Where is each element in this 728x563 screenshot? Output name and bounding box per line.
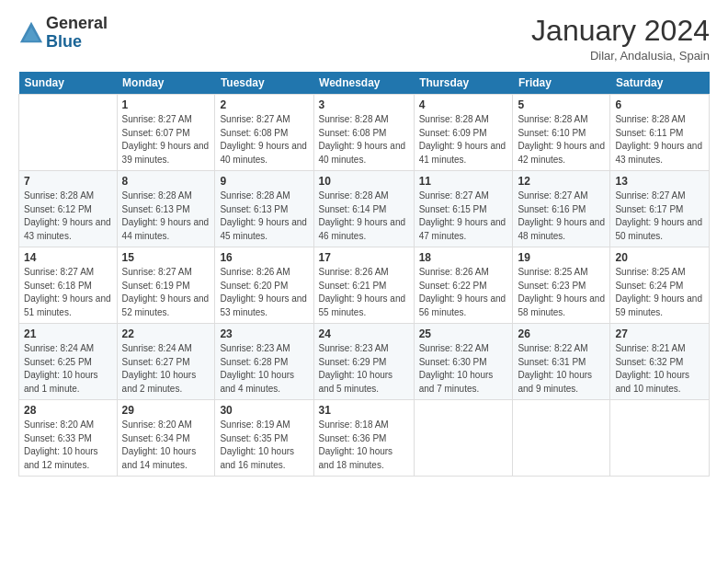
day-number: 1 xyxy=(122,98,210,111)
day-info: Sunrise: 8:27 AMSunset: 6:19 PMDaylight:… xyxy=(122,267,210,317)
table-row: 21 Sunrise: 8:24 AMSunset: 6:25 PMDaylig… xyxy=(19,324,118,400)
day-number: 18 xyxy=(419,251,508,264)
day-number: 9 xyxy=(220,175,308,188)
table-row: 27 Sunrise: 8:21 AMSunset: 6:32 PMDaylig… xyxy=(610,324,710,400)
table-row xyxy=(414,400,513,477)
day-info: Sunrise: 8:19 AMSunset: 6:35 PMDaylight:… xyxy=(220,419,294,470)
day-info: Sunrise: 8:28 AMSunset: 6:11 PMDaylight:… xyxy=(615,114,702,165)
day-info: Sunrise: 8:27 AMSunset: 6:17 PMDaylight:… xyxy=(615,190,702,241)
week-row-2: 7 Sunrise: 8:28 AMSunset: 6:12 PMDayligh… xyxy=(19,171,710,247)
table-row: 13 Sunrise: 8:27 AMSunset: 6:17 PMDaylig… xyxy=(610,171,710,247)
day-info: Sunrise: 8:24 AMSunset: 6:25 PMDaylight:… xyxy=(24,343,98,394)
day-info: Sunrise: 8:23 AMSunset: 6:28 PMDaylight:… xyxy=(220,343,294,394)
header: General Blue January 2024 Dilar, Andalus… xyxy=(18,15,710,63)
table-row: 29 Sunrise: 8:20 AMSunset: 6:34 PMDaylig… xyxy=(117,400,215,477)
day-number: 29 xyxy=(122,404,210,417)
day-number: 11 xyxy=(419,175,508,188)
week-row-1: 1 Sunrise: 8:27 AMSunset: 6:07 PMDayligh… xyxy=(19,95,710,171)
day-number: 30 xyxy=(220,404,308,417)
table-row: 11 Sunrise: 8:27 AMSunset: 6:15 PMDaylig… xyxy=(414,171,513,247)
day-info: Sunrise: 8:27 AMSunset: 6:15 PMDaylight:… xyxy=(419,190,506,241)
day-info: Sunrise: 8:26 AMSunset: 6:22 PMDaylight:… xyxy=(419,267,506,317)
day-info: Sunrise: 8:22 AMSunset: 6:30 PMDaylight:… xyxy=(419,343,494,394)
month-title: January 2024 xyxy=(531,15,710,47)
table-row: 2 Sunrise: 8:27 AMSunset: 6:08 PMDayligh… xyxy=(215,95,313,171)
table-row: 3 Sunrise: 8:28 AMSunset: 6:08 PMDayligh… xyxy=(313,95,414,171)
table-row xyxy=(513,400,610,477)
day-number: 2 xyxy=(220,98,308,111)
day-info: Sunrise: 8:27 AMSunset: 6:08 PMDaylight:… xyxy=(220,114,307,165)
table-row: 19 Sunrise: 8:25 AMSunset: 6:23 PMDaylig… xyxy=(513,247,610,324)
table-row: 7 Sunrise: 8:28 AMSunset: 6:12 PMDayligh… xyxy=(19,171,118,247)
table-row: 17 Sunrise: 8:26 AMSunset: 6:21 PMDaylig… xyxy=(313,247,414,324)
table-row: 6 Sunrise: 8:28 AMSunset: 6:11 PMDayligh… xyxy=(610,95,710,171)
table-row: 9 Sunrise: 8:28 AMSunset: 6:13 PMDayligh… xyxy=(215,171,313,247)
day-number: 10 xyxy=(319,175,409,188)
day-number: 23 xyxy=(220,327,308,340)
table-row: 12 Sunrise: 8:27 AMSunset: 6:16 PMDaylig… xyxy=(513,171,610,247)
day-info: Sunrise: 8:22 AMSunset: 6:31 PMDaylight:… xyxy=(518,343,592,394)
day-info: Sunrise: 8:28 AMSunset: 6:13 PMDaylight:… xyxy=(122,190,210,241)
day-number: 22 xyxy=(122,327,210,340)
table-row: 22 Sunrise: 8:24 AMSunset: 6:27 PMDaylig… xyxy=(117,324,215,400)
table-row: 30 Sunrise: 8:19 AMSunset: 6:35 PMDaylig… xyxy=(215,400,313,477)
week-row-5: 28 Sunrise: 8:20 AMSunset: 6:33 PMDaylig… xyxy=(19,400,710,477)
table-row xyxy=(610,400,710,477)
table-row: 18 Sunrise: 8:26 AMSunset: 6:22 PMDaylig… xyxy=(414,247,513,324)
logo-icon xyxy=(18,20,44,46)
day-number: 8 xyxy=(122,175,210,188)
week-row-4: 21 Sunrise: 8:24 AMSunset: 6:25 PMDaylig… xyxy=(19,324,710,400)
day-number: 20 xyxy=(615,251,704,264)
day-info: Sunrise: 8:23 AMSunset: 6:29 PMDaylight:… xyxy=(319,343,393,394)
day-number: 28 xyxy=(24,404,112,417)
weekday-header-row: Sunday Monday Tuesday Wednesday Thursday… xyxy=(19,72,710,95)
logo-general: General xyxy=(46,14,108,32)
day-number: 25 xyxy=(419,327,508,340)
table-row: 31 Sunrise: 8:18 AMSunset: 6:36 PMDaylig… xyxy=(313,400,414,477)
day-info: Sunrise: 8:27 AMSunset: 6:18 PMDaylight:… xyxy=(24,267,111,317)
day-info: Sunrise: 8:26 AMSunset: 6:21 PMDaylight:… xyxy=(319,267,406,317)
location: Dilar, Andalusia, Spain xyxy=(531,49,710,63)
table-row: 5 Sunrise: 8:28 AMSunset: 6:10 PMDayligh… xyxy=(513,95,610,171)
header-wednesday: Wednesday xyxy=(313,72,414,95)
day-number: 26 xyxy=(518,327,605,340)
table-row: 24 Sunrise: 8:23 AMSunset: 6:29 PMDaylig… xyxy=(313,324,414,400)
table-row: 26 Sunrise: 8:22 AMSunset: 6:31 PMDaylig… xyxy=(513,324,610,400)
logo: General Blue xyxy=(18,15,108,52)
header-saturday: Saturday xyxy=(610,72,710,95)
day-info: Sunrise: 8:28 AMSunset: 6:13 PMDaylight:… xyxy=(220,190,307,241)
day-info: Sunrise: 8:20 AMSunset: 6:33 PMDaylight:… xyxy=(24,419,98,470)
day-number: 16 xyxy=(220,251,308,264)
day-info: Sunrise: 8:28 AMSunset: 6:10 PMDaylight:… xyxy=(518,114,605,165)
table-row: 16 Sunrise: 8:26 AMSunset: 6:20 PMDaylig… xyxy=(215,247,313,324)
table-row: 4 Sunrise: 8:28 AMSunset: 6:09 PMDayligh… xyxy=(414,95,513,171)
calendar-table: Sunday Monday Tuesday Wednesday Thursday… xyxy=(18,72,710,477)
day-number: 13 xyxy=(615,175,704,188)
table-row xyxy=(19,95,118,171)
day-number: 21 xyxy=(24,327,112,340)
table-row: 14 Sunrise: 8:27 AMSunset: 6:18 PMDaylig… xyxy=(19,247,118,324)
header-friday: Friday xyxy=(513,72,610,95)
table-row: 25 Sunrise: 8:22 AMSunset: 6:30 PMDaylig… xyxy=(414,324,513,400)
day-info: Sunrise: 8:26 AMSunset: 6:20 PMDaylight:… xyxy=(220,267,307,317)
logo-text: General Blue xyxy=(46,15,108,52)
table-row: 1 Sunrise: 8:27 AMSunset: 6:07 PMDayligh… xyxy=(117,95,215,171)
day-number: 7 xyxy=(24,175,112,188)
week-row-3: 14 Sunrise: 8:27 AMSunset: 6:18 PMDaylig… xyxy=(19,247,710,324)
day-info: Sunrise: 8:27 AMSunset: 6:16 PMDaylight:… xyxy=(518,190,605,241)
table-row: 8 Sunrise: 8:28 AMSunset: 6:13 PMDayligh… xyxy=(117,171,215,247)
day-number: 6 xyxy=(615,98,704,111)
day-info: Sunrise: 8:25 AMSunset: 6:23 PMDaylight:… xyxy=(518,267,605,317)
page: General Blue January 2024 Dilar, Andalus… xyxy=(0,0,728,563)
day-info: Sunrise: 8:28 AMSunset: 6:12 PMDaylight:… xyxy=(24,190,111,241)
day-info: Sunrise: 8:28 AMSunset: 6:09 PMDaylight:… xyxy=(419,114,506,165)
table-row: 15 Sunrise: 8:27 AMSunset: 6:19 PMDaylig… xyxy=(117,247,215,324)
logo-blue: Blue xyxy=(46,32,82,51)
table-row: 23 Sunrise: 8:23 AMSunset: 6:28 PMDaylig… xyxy=(215,324,313,400)
header-monday: Monday xyxy=(117,72,215,95)
day-info: Sunrise: 8:25 AMSunset: 6:24 PMDaylight:… xyxy=(615,267,702,317)
table-row: 28 Sunrise: 8:20 AMSunset: 6:33 PMDaylig… xyxy=(19,400,118,477)
table-row: 20 Sunrise: 8:25 AMSunset: 6:24 PMDaylig… xyxy=(610,247,710,324)
day-info: Sunrise: 8:24 AMSunset: 6:27 PMDaylight:… xyxy=(122,343,197,394)
day-number: 15 xyxy=(122,251,210,264)
